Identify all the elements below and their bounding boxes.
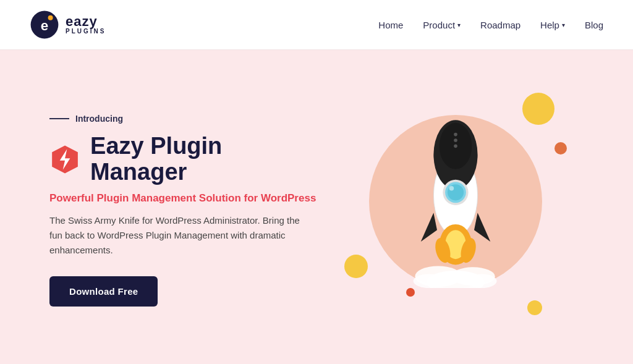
hero-right: [327, 81, 584, 339]
deco-orange-circle-small: [554, 142, 567, 154]
logo-eazy-text: eazy: [66, 15, 106, 28]
plugin-logo-icon: [49, 143, 80, 176]
svg-text:e: e: [41, 18, 48, 33]
svg-marker-15: [420, 213, 436, 242]
download-free-button[interactable]: Download Free: [49, 276, 158, 307]
main-nav: Home Product ▾ Roadmap Help ▾ Blog: [378, 20, 603, 30]
deco-yellow-circle-bottom: [527, 300, 542, 315]
deco-yellow-circle-large: [522, 93, 554, 125]
deco-yellow-circle-medium: [344, 255, 368, 278]
page-wrapper: e eazy PLUGINS Home Product ▾ Roadmap He…: [0, 0, 633, 364]
svg-point-25: [466, 274, 496, 289]
svg-point-9: [454, 138, 457, 142]
introducing-line-decoration: [49, 118, 69, 119]
introducing-row: Introducing: [49, 114, 316, 124]
rocket-scene: [338, 87, 573, 334]
svg-marker-16: [474, 213, 490, 242]
logo-plugins-text: PLUGINS: [66, 28, 106, 35]
hero-left: Introducing Eazy Plugin Manager Powerful…: [49, 114, 316, 307]
hero-description: The Swiss Army Knife for WordPress Admin…: [49, 213, 309, 258]
nav-help[interactable]: Help ▾: [540, 20, 565, 30]
help-dropdown-icon: ▾: [562, 22, 565, 28]
introducing-label: Introducing: [75, 114, 123, 124]
hero-section: Introducing Eazy Plugin Manager Powerful…: [0, 50, 633, 364]
product-dropdown-icon: ▾: [457, 22, 461, 28]
rocket-illustration: [394, 103, 517, 288]
svg-point-8: [454, 133, 457, 137]
logo-icon: e: [30, 10, 59, 40]
logo[interactable]: e eazy PLUGINS: [30, 10, 106, 40]
nav-roadmap[interactable]: Roadmap: [480, 20, 520, 30]
logo-text-group: eazy PLUGINS: [66, 15, 106, 35]
nav-product[interactable]: Product ▾: [423, 20, 461, 30]
nav-home[interactable]: Home: [378, 20, 403, 30]
hero-tagline: Powerful Plugin Management Solution for …: [49, 192, 316, 205]
svg-point-10: [454, 145, 457, 148]
svg-point-14: [449, 186, 454, 191]
deco-orange-circle-tiny: [406, 288, 415, 297]
svg-point-2: [48, 15, 53, 20]
svg-point-24: [413, 274, 446, 289]
header: e eazy PLUGINS Home Product ▾ Roadmap He…: [0, 0, 633, 50]
product-title-row: Eazy Plugin Manager: [49, 133, 316, 185]
nav-blog[interactable]: Blog: [585, 20, 603, 30]
product-title: Eazy Plugin Manager: [90, 133, 316, 185]
